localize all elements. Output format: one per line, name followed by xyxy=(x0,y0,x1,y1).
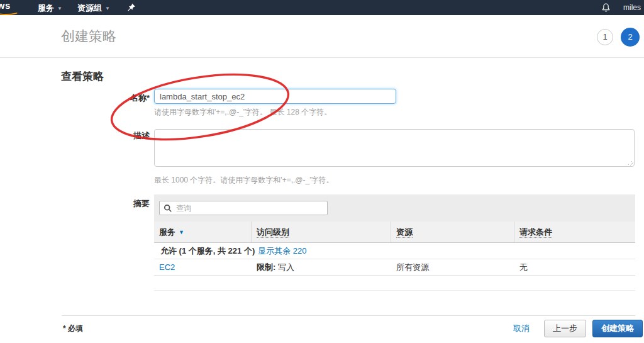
column-header-request-condition: 请求条件 xyxy=(514,222,635,242)
previous-step-button[interactable]: 上一步 xyxy=(544,320,586,337)
description-field-label: 描述 xyxy=(63,130,150,142)
sort-caret-icon[interactable]: ▼ xyxy=(179,222,184,242)
aws-logo[interactable]: aws xyxy=(0,0,29,15)
nav-resource-groups-label: 资源组 xyxy=(77,3,102,13)
pin-icon[interactable] xyxy=(127,3,136,14)
column-header-resource: 资源 xyxy=(391,222,514,242)
table-group-row-allow: 允许 (1 个服务, 共 221 个)显示其余 220 xyxy=(154,243,635,259)
summary-field-label: 摘要 xyxy=(63,198,150,210)
summary-search-input[interactable] xyxy=(176,201,326,215)
bell-icon[interactable] xyxy=(601,3,611,15)
summary-search-area xyxy=(154,194,635,222)
resize-grip-icon[interactable] xyxy=(628,160,633,166)
create-policy-button[interactable]: 创建策略 xyxy=(592,320,643,337)
summary-panel: 服务▼ 访问级别 资源 请求条件 允许 (1 个服务, 共 221 个)显示其余… xyxy=(154,194,635,291)
policy-name-input[interactable] xyxy=(154,89,396,104)
show-remaining-link[interactable]: 显示其余 220 xyxy=(258,246,306,256)
nav-services-menu[interactable]: 服务▼ xyxy=(38,3,62,14)
footer-divider xyxy=(62,315,635,316)
name-help-text: 请使用字母数字和'+=,.@-_'字符。 最长 128 个字符。 xyxy=(154,107,331,118)
summary-table-header: 服务▼ 访问级别 资源 请求条件 xyxy=(154,222,635,243)
column-header-access-level: 访问级别 xyxy=(252,222,391,242)
section-title-review-policy: 查看策略 xyxy=(61,69,104,84)
chevron-down-icon: ▼ xyxy=(57,6,62,11)
cancel-link[interactable]: 取消 xyxy=(513,323,530,334)
wizard-step-1[interactable]: 1 xyxy=(597,29,613,45)
service-ec2-link[interactable]: EC2 xyxy=(159,262,175,272)
name-field-label: 名称* xyxy=(63,93,150,104)
nav-resource-groups-menu[interactable]: 资源组▼ xyxy=(77,3,110,14)
header-divider xyxy=(0,57,644,58)
condition-cell: 无 xyxy=(514,259,635,275)
nav-services-label: 服务 xyxy=(38,3,54,13)
chevron-down-icon: ▼ xyxy=(105,6,110,11)
search-icon xyxy=(164,204,172,215)
nav-user-menu[interactable]: miles xyxy=(623,3,641,12)
required-note: * 必填 xyxy=(63,323,83,334)
allow-group-text: 允许 (1 个服务, 共 221 个) xyxy=(160,246,255,256)
wizard-step-2-active[interactable]: 2 xyxy=(621,28,640,47)
column-header-service[interactable]: 服务▼ xyxy=(154,222,252,242)
resource-cell: 所有资源 xyxy=(391,259,514,275)
table-bottom-spacer xyxy=(154,276,635,291)
description-field-wrap xyxy=(154,129,635,167)
policy-description-textarea[interactable] xyxy=(154,129,635,167)
table-row-ec2: EC2 限制: 写入 所有资源 无 xyxy=(154,259,635,276)
page-title: 创建策略 xyxy=(61,27,116,46)
top-nav-bar: aws 服务▼ 资源组▼ miles xyxy=(0,0,644,15)
access-level-cell: 限制: 写入 xyxy=(252,259,391,275)
summary-search-box xyxy=(159,201,328,215)
footer-actions: 取消 上一步 创建策略 xyxy=(513,320,643,337)
description-help-text: 最长 1000 个字符。请使用字母数字和'+=,.@-_'字符。 xyxy=(154,175,333,186)
aws-logo-smile-icon xyxy=(0,8,19,15)
